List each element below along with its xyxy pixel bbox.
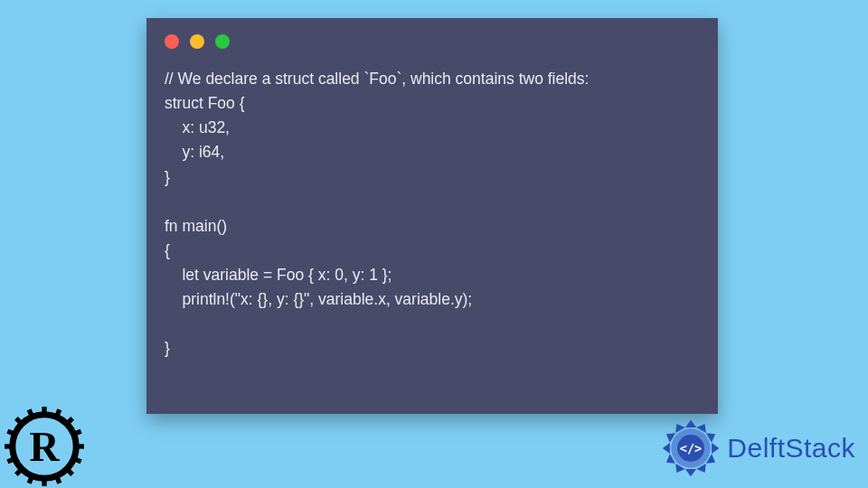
svg-text:R: R <box>29 424 60 470</box>
delftstack-logo: </> DelftStack <box>660 418 855 479</box>
rust-logo-icon: R <box>5 407 84 486</box>
code-line: y: i64, <box>165 143 224 161</box>
code-line: println!("x: {}, y: {}", variable.x, var… <box>165 290 472 308</box>
maximize-icon[interactable] <box>215 34 230 49</box>
svg-rect-1 <box>42 407 46 415</box>
delftstack-text: DelftStack <box>727 433 855 464</box>
minimize-icon[interactable] <box>190 34 204 49</box>
code-line: let variable = Foo { x: 0, y: 1 }; <box>165 266 392 284</box>
close-icon[interactable] <box>165 34 179 49</box>
svg-rect-2 <box>42 478 46 486</box>
code-line: fn main() <box>165 217 227 235</box>
code-window: // We declare a struct called `Foo`, whi… <box>146 18 718 414</box>
code-line: } <box>165 339 170 357</box>
svg-text:</>: </> <box>680 441 703 455</box>
code-line: // We declare a struct called `Foo`, whi… <box>165 70 589 88</box>
delftstack-badge-icon: </> <box>660 418 722 479</box>
code-line: { <box>165 241 170 259</box>
code-line: } <box>165 168 170 186</box>
code-line: struct Foo { <box>165 94 245 112</box>
window-titlebar <box>146 18 718 56</box>
svg-rect-3 <box>5 444 13 448</box>
svg-rect-4 <box>76 444 84 448</box>
code-line: x: u32, <box>165 118 230 136</box>
code-block: // We declare a struct called `Foo`, whi… <box>146 56 718 371</box>
